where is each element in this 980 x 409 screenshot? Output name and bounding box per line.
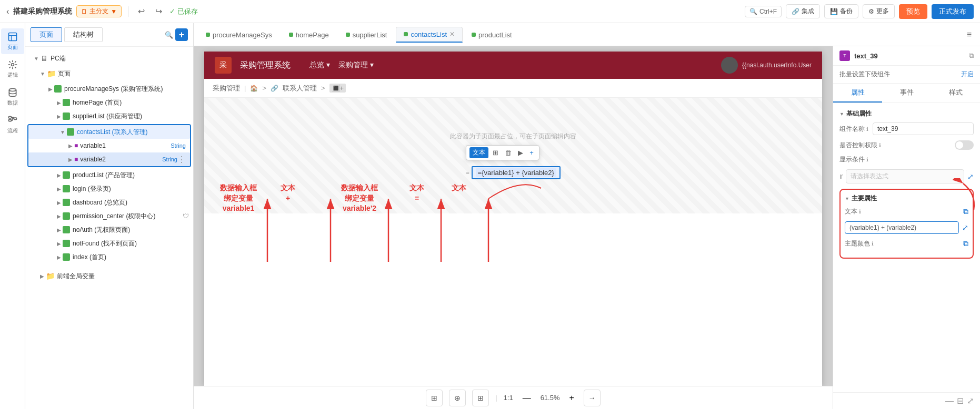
tree-row-global[interactable]: ▶ 📁 前端全局变量 [25, 269, 193, 283]
tab-page[interactable]: 页面 [31, 27, 62, 42]
arrow-supplier[interactable]: ▶ [57, 114, 61, 119]
tab-homepage[interactable]: homePage [281, 27, 337, 42]
footer-expand-icon[interactable]: ⤢ [967, 396, 974, 406]
arrow-login[interactable]: ▶ [57, 186, 61, 192]
align-button[interactable]: ⊞ [472, 390, 489, 406]
tab-product[interactable]: productList [464, 27, 520, 42]
main-props-section: 主要属性 文本 ℹ ⧉ (variab [839, 189, 974, 259]
selected-text-component[interactable]: ={variable1} + {variable2} [472, 166, 561, 179]
right-tab-style[interactable]: 样式 [931, 84, 980, 103]
tabs-menu-icon[interactable]: ≡ [963, 28, 976, 42]
toolbar-delete-icon[interactable]: 🗑 [503, 148, 514, 158]
tab-supplier[interactable]: supplierList [338, 27, 395, 42]
right-panel-close[interactable]: ⧉ [969, 52, 974, 60]
tree-row-contacts[interactable]: ▼ contactsList (联系人管理) [28, 125, 190, 139]
redo-button[interactable]: ↪ [152, 5, 165, 17]
integrate-button[interactable]: 🔗 集成 [786, 4, 820, 18]
toolbar-text-btn[interactable]: 文本 [469, 147, 488, 158]
tree-row-noauth[interactable]: ▶ noAuth (无权限页面) [25, 223, 193, 237]
page-icon-index [63, 253, 70, 261]
tree-row-supplier[interactable]: ▶ supplierList (供应商管理) [25, 109, 193, 123]
arrow-homepage[interactable]: ▶ [57, 100, 61, 106]
theme-color-icon[interactable]: ⧉ [963, 239, 968, 248]
branch-button[interactable]: 🗒 主分支 ▼ [76, 5, 122, 17]
tree-row-homepage[interactable]: ▶ homePage (首页) [25, 96, 193, 109]
toolbar-copy-icon[interactable]: ⊞ [491, 148, 501, 158]
prop-text-row: 文本 ℹ ⧉ [845, 207, 968, 216]
right-panel: T text_39 ⧉ 批量设置下级组件 开启 属性 事件 样式 基础属性 [833, 46, 980, 409]
tree-row-product[interactable]: ▶ productList (产品管理) [25, 168, 193, 182]
arrow-contacts[interactable]: ▼ [60, 129, 65, 135]
tree-row-procure[interactable]: ▶ procureManageSys (采购管理系统) [25, 82, 193, 96]
tree-row-notfound[interactable]: ▶ notFound (找不到页面) [25, 237, 193, 250]
tree-row-pc[interactable]: ▼ 🖥 PC端 [25, 52, 193, 65]
sidebar-item-logic[interactable]: 逻辑 [1, 56, 24, 82]
footer-minus-icon[interactable]: — [945, 396, 954, 406]
nav-procure[interactable]: 采购管理 ▾ [338, 60, 374, 70]
search-box[interactable]: 🔍 Ctrl+F [745, 6, 782, 17]
app-title: 搭建采购管理系统 [13, 7, 72, 16]
tree-row-var2[interactable]: ▶ ■ variable2 String ⋮ [28, 152, 190, 166]
show-cond-input[interactable]: 请选择表达式 [846, 169, 964, 183]
batch-set-action[interactable]: 开启 [961, 70, 974, 79]
text-expand-btn[interactable]: ⤢ [962, 223, 968, 232]
undo-button[interactable]: ↩ [135, 5, 148, 17]
tab-structure[interactable]: 结构树 [64, 27, 103, 42]
text-copy-icon[interactable]: ⧉ [963, 207, 968, 216]
arrow-product[interactable]: ▶ [57, 172, 61, 178]
tab-close-contacts[interactable]: ✕ [449, 30, 455, 38]
tree-row-login[interactable]: ▶ login (登录页) [25, 182, 193, 196]
preview-button[interactable]: 预览 [899, 4, 927, 19]
right-tab-props[interactable]: 属性 [833, 84, 882, 103]
tree-search-icon[interactable]: 🔍 [165, 31, 173, 39]
zoom-minus[interactable]: — [519, 392, 534, 404]
saved-text: ✓ 已保存 [169, 7, 198, 16]
nav-overview[interactable]: 总览 ▾ [309, 60, 330, 70]
arrow-var1[interactable]: ▶ [68, 143, 73, 149]
back-button[interactable]: ‹ [6, 7, 9, 16]
tree-row-dashboard[interactable]: ▶ dashboard (总览页) [25, 196, 193, 209]
publish-button[interactable]: 正式发布 [932, 4, 974, 19]
sidebar-item-flow[interactable]: 流程 [1, 112, 24, 138]
more-options-button[interactable]: ⋮ [177, 155, 186, 165]
tab-procure[interactable]: procureManageSys [198, 27, 280, 42]
tree-row-var1[interactable]: ▶ ■ variable1 String [28, 139, 190, 152]
annotation-label-4: 文本= [409, 183, 424, 203]
sidebar-item-page[interactable]: 页面 [1, 28, 24, 54]
arrow-permission[interactable]: ▶ [57, 213, 61, 219]
toolbar-more-icon[interactable]: ▶ [516, 148, 525, 158]
tab-dot-procure [206, 33, 210, 37]
arrow-pc[interactable]: ▼ [34, 56, 39, 62]
zoom-fit-button[interactable]: ⊕ [449, 390, 466, 406]
toolbar-add-icon[interactable]: + [527, 148, 536, 158]
arrow-pages[interactable]: ▼ [40, 71, 45, 77]
backup-button[interactable]: 💾 备份 [824, 4, 858, 18]
tree-row-index[interactable]: ▶ index (首页) [25, 250, 193, 264]
footer-layout-icon[interactable]: ⊟ [957, 396, 964, 406]
add-page-button[interactable]: + [175, 28, 188, 41]
pc-label: PC端 [51, 54, 189, 63]
right-tab-events[interactable]: 事件 [882, 84, 931, 103]
home-icon: 🏠 [250, 85, 258, 92]
arrow-index[interactable]: ▶ [57, 254, 61, 260]
arrow-notfound[interactable]: ▶ [57, 241, 61, 247]
sidebar-item-data[interactable]: 数据 [1, 84, 24, 110]
arrow-procure[interactable]: ▶ [48, 86, 53, 92]
show-cond-expand[interactable]: ⤢ [967, 172, 974, 181]
arrow-noauth[interactable]: ▶ [57, 227, 61, 233]
text-formula-input[interactable]: (variable1) + (variable2) [845, 221, 959, 234]
zoom-plus[interactable]: + [566, 392, 577, 404]
comp-name-input[interactable] [873, 122, 974, 135]
copy-view-button[interactable]: ⊞ [426, 390, 443, 406]
tree-row-permission[interactable]: ▶ permission_center (权限中心) 🛡 [25, 209, 193, 223]
arrow-dashboard[interactable]: ▶ [57, 200, 61, 206]
perm-toggle[interactable] [955, 140, 974, 150]
tree-row-pages[interactable]: ▼ 📁 页面 [25, 67, 193, 80]
more-button[interactable]: ⚙ 更多 [863, 4, 895, 18]
tab-contacts[interactable]: contactsList ✕ [396, 27, 463, 43]
arrow-global[interactable]: ▶ [40, 273, 44, 279]
tabs-bar-right: ≡ [963, 28, 976, 42]
fullscreen-button[interactable]: → [584, 390, 601, 406]
arrow-var2[interactable]: ▶ [68, 157, 73, 162]
comp-eq-label: = [466, 170, 469, 176]
